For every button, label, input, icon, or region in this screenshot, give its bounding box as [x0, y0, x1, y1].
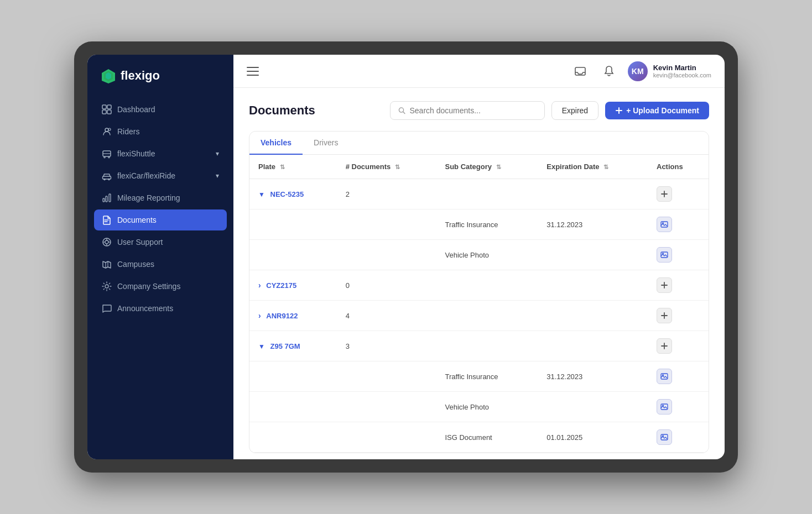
table-row: › ANR9122 4	[249, 301, 709, 331]
tab-vehicles[interactable]: Vehicles	[249, 132, 303, 155]
sidebar-item-companysettings[interactable]: Company Settings	[94, 276, 227, 297]
collapse-button[interactable]: ▼	[258, 191, 265, 198]
subcategory-cell	[436, 179, 538, 209]
documents-table: Plate ⇅ # Documents ⇅ Sub Ca	[249, 155, 709, 453]
support-icon	[102, 237, 112, 247]
sidebar-item-mileage[interactable]: Mileage Reporting	[94, 187, 227, 208]
sidebar-item-label: Mileage Reporting	[117, 193, 180, 202]
tab-drivers[interactable]: Drivers	[303, 132, 349, 155]
logo-text: flexigo	[121, 69, 160, 83]
view-document-button[interactable]	[657, 429, 672, 445]
search-box[interactable]	[390, 101, 545, 120]
add-document-button[interactable]	[657, 338, 672, 354]
upload-label: + Upload Document	[626, 106, 699, 115]
sidebar: flexigo Dashboard	[87, 55, 233, 459]
user-menu[interactable]: KM Kevin Martin kevin@facebook.com	[628, 61, 711, 81]
app-layout: flexigo Dashboard	[87, 55, 725, 459]
user-name: Kevin Martin	[653, 64, 711, 72]
chart-icon	[102, 193, 112, 203]
expiration-cell	[538, 331, 648, 361]
plate-cell: › ANR9122	[249, 301, 337, 331]
sidebar-item-label: Campuses	[117, 260, 154, 269]
col-documents[interactable]: # Documents ⇅	[337, 155, 436, 179]
plate-link[interactable]: NEC-5235	[270, 190, 304, 198]
subcategory-cell: Vehicle Photo	[436, 392, 538, 422]
sidebar-item-flexishuttle[interactable]: flexiShuttle ▾	[94, 143, 227, 164]
sort-icon: ⇅	[395, 164, 400, 170]
actions-cell	[648, 179, 709, 209]
subcategory-cell: Traffic Insurance	[436, 209, 538, 240]
sidebar-item-label: flexiCar/flexiRide	[117, 171, 175, 180]
plate-link[interactable]: CYZ2175	[266, 281, 296, 290]
sidebar-logo: flexigo	[87, 68, 233, 99]
col-expiration[interactable]: Expiration Date ⇅	[538, 155, 648, 179]
image-icon	[660, 221, 668, 228]
table-row: ▼ NEC-5235 2	[249, 179, 709, 209]
tab-bar: Vehicles Drivers	[249, 132, 709, 155]
actions-cell	[648, 331, 709, 361]
sidebar-item-label: Dashboard	[117, 105, 155, 114]
svg-line-31	[403, 112, 404, 113]
user-email: kevin@facebook.com	[653, 72, 711, 78]
expiration-cell	[538, 301, 648, 331]
sidebar-item-documents[interactable]: Documents	[94, 209, 227, 230]
plate-link[interactable]: ANR9122	[266, 312, 298, 320]
collapse-button[interactable]: ▼	[258, 343, 265, 350]
add-document-button[interactable]	[657, 277, 672, 293]
view-document-button[interactable]	[657, 399, 672, 415]
actions-cell	[648, 301, 709, 331]
col-subcategory[interactable]: Sub Category ⇅	[436, 155, 538, 179]
svg-point-28	[105, 285, 108, 288]
notifications-button[interactable]	[599, 61, 619, 81]
expiration-cell: 31.12.2023	[538, 361, 648, 392]
sidebar-item-label: flexiShuttle	[117, 149, 155, 158]
expand-button[interactable]: ›	[258, 281, 261, 290]
svg-point-21	[105, 240, 108, 244]
sidebar-item-riders[interactable]: Riders	[94, 121, 227, 142]
sidebar-item-usersupport[interactable]: User Support	[94, 232, 227, 253]
page-title: Documents	[249, 103, 315, 118]
search-input[interactable]	[410, 106, 537, 115]
image-icon	[660, 403, 668, 410]
table-row: ISG Document 01.01.2025	[249, 422, 709, 453]
add-document-button[interactable]	[657, 308, 672, 323]
table-row: › CYZ2175 0	[249, 270, 709, 301]
actions-cell	[648, 422, 709, 453]
bus-icon	[102, 149, 112, 159]
expired-button[interactable]: Expired	[551, 101, 598, 120]
col-actions: Actions	[648, 155, 709, 179]
settings-icon	[102, 281, 112, 291]
documents-table-card: Vehicles Drivers	[249, 131, 709, 453]
sidebar-item-flexicar[interactable]: flexiCar/flexiRide ▾	[94, 165, 227, 186]
table-row: Traffic Insurance 31.12.2023	[249, 209, 709, 240]
view-document-button[interactable]	[657, 369, 672, 384]
expiration-cell: 01.01.2025	[538, 422, 648, 453]
svg-rect-4	[107, 105, 111, 109]
upload-document-button[interactable]: + Upload Document	[605, 102, 709, 119]
view-document-button[interactable]	[657, 247, 672, 263]
plate-cell: › CYZ2175	[249, 270, 337, 301]
plus-icon	[615, 107, 623, 114]
sidebar-item-announcements[interactable]: Announcements	[94, 298, 227, 319]
plus-icon	[661, 282, 668, 289]
plate-link[interactable]: Z95 7GM	[270, 342, 300, 350]
view-document-button[interactable]	[657, 217, 672, 232]
doc-count-cell: 2	[337, 179, 436, 209]
subcategory-cell	[436, 331, 538, 361]
sidebar-item-dashboard[interactable]: Dashboard	[94, 99, 227, 120]
car-icon	[102, 171, 112, 181]
table-row: Vehicle Photo	[249, 240, 709, 270]
svg-point-11	[108, 156, 110, 158]
users-icon	[102, 127, 112, 137]
main-content: KM Kevin Martin kevin@facebook.com Docum…	[233, 55, 725, 459]
inbox-button[interactable]	[570, 61, 590, 81]
col-plate[interactable]: Plate ⇅	[249, 155, 337, 179]
plate-cell	[249, 422, 337, 453]
expand-button[interactable]: ›	[258, 311, 261, 320]
sidebar-item-campuses[interactable]: Campuses	[94, 254, 227, 275]
plate-cell: ▼ Z95 7GM	[249, 331, 337, 361]
topbar-right: KM Kevin Martin kevin@facebook.com	[570, 61, 711, 81]
add-document-button[interactable]	[657, 186, 672, 202]
hamburger-menu[interactable]	[247, 67, 259, 76]
chevron-down-icon: ▾	[216, 172, 219, 180]
